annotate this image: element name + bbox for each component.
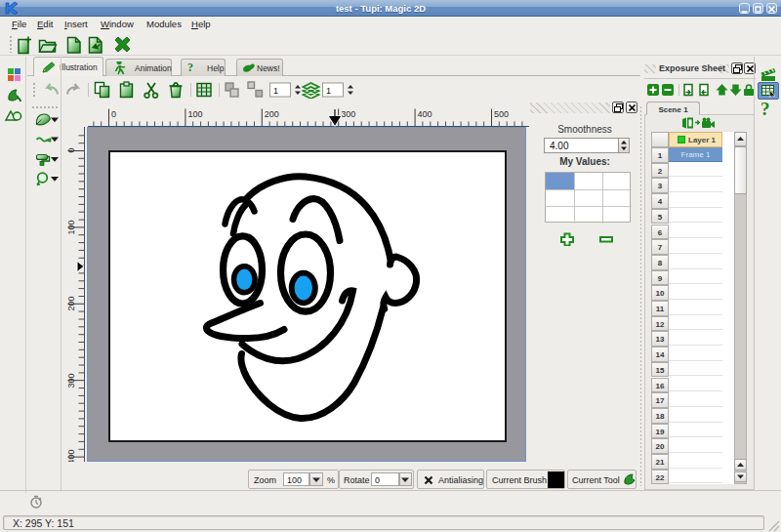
- svg-text:500: 500: [494, 109, 509, 119]
- svg-text:200: 200: [265, 109, 279, 119]
- svg-text:400: 400: [66, 449, 76, 462]
- svg-text:100: 100: [187, 109, 202, 119]
- svg-text:100: 100: [66, 220, 76, 234]
- svg-text:300: 300: [341, 109, 355, 119]
- svg-text:0: 0: [111, 109, 116, 119]
- svg-text:1: 1: [273, 86, 278, 96]
- svg-text:400: 400: [418, 109, 432, 119]
- svg-text:0: 0: [66, 147, 76, 152]
- svg-text:300: 300: [66, 373, 76, 388]
- svg-text:200: 200: [66, 296, 76, 310]
- svg-text:1: 1: [326, 86, 331, 96]
